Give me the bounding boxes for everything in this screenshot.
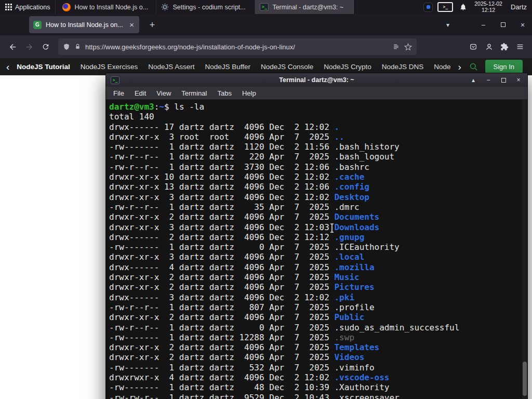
gear-icon: [161, 3, 169, 11]
lock-icon[interactable]: [74, 43, 81, 50]
back-button[interactable]: [4, 38, 21, 55]
ls-output-line: -rw-r--r-- 1 dartz dartz 0 Apr 7 2025 .s…: [109, 323, 526, 332]
gfg-nav-item[interactable]: NodeJS Console: [256, 63, 318, 71]
gfg-nav-item[interactable]: NodeJS Buffer: [200, 63, 256, 71]
ls-output-line: drwxr-xr-x 2 dartz dartz 4096 Apr 7 2025…: [109, 282, 526, 292]
ls-output-line: drwxr-xr-x 2 dartz dartz 4096 Apr 7 2025…: [109, 272, 526, 282]
sign-in-button[interactable]: Sign In: [485, 60, 523, 74]
gfg-nav-item[interactable]: NodeJS Tutorial: [11, 63, 75, 71]
ls-output-line: -rw-r--r-- 1 dartz dartz 807 Apr 7 2025 …: [109, 302, 526, 312]
taskbar-button-terminal[interactable]: >_ Terminal - dartz@vm3: ~: [255, 0, 354, 14]
ls-output-line: drwxr-xr-x 2 dartz dartz 4096 Apr 7 2025…: [109, 212, 526, 222]
scrollbar-thumb[interactable]: [523, 362, 527, 396]
terminal-window-icon: >_: [111, 76, 119, 84]
prompt-line: dartz@vm3:~$ ls -la: [109, 102, 526, 112]
bookmark-star-icon[interactable]: [404, 43, 412, 51]
forward-button[interactable]: [21, 38, 37, 55]
ls-output-line: drwx------ 17 dartz dartz 4096 Dec 2 12:…: [109, 122, 526, 132]
ls-output-line: drwx------ 4 dartz dartz 4096 Apr 7 2025…: [109, 262, 526, 272]
chevron-right-icon[interactable]: ›: [456, 62, 463, 72]
prompt-cwd: ~: [159, 102, 164, 112]
ls-output-line: -rw------- 1 dartz dartz 1120 Dec 2 11:5…: [109, 142, 526, 152]
menu-help[interactable]: Help: [237, 87, 261, 99]
menu-view[interactable]: View: [151, 87, 176, 99]
panel-clock[interactable]: 2025-12-02 12:12: [474, 1, 502, 13]
browser-window-controls: − ×: [478, 14, 528, 35]
gfg-nav-item[interactable]: NodeJS DNS: [377, 63, 429, 71]
panel-user-label[interactable]: Dartz: [511, 3, 527, 11]
reload-button[interactable]: [37, 38, 54, 55]
menu-tabs[interactable]: Tabs: [212, 87, 236, 99]
window-minimize-button[interactable]: −: [478, 20, 488, 30]
menu-edit[interactable]: Edit: [129, 87, 151, 99]
pocket-button[interactable]: [466, 39, 481, 55]
taskbar-label: Settings - codium script...: [172, 4, 250, 11]
url-text: https://www.geeksforgeeks.org/node-js/in…: [85, 43, 388, 51]
geeksforgeeks-favicon: G: [33, 21, 42, 29]
terminal-close-button[interactable]: ×: [514, 76, 523, 84]
browser-tab[interactable]: G How to Install Node.js on... ×: [29, 16, 139, 33]
ls-output-line: drwxr-xr-x 3 root root 4096 Apr 7 2025 .…: [109, 132, 526, 142]
applications-grid-icon: [5, 4, 12, 10]
prompt-colon: :: [154, 102, 159, 112]
ls-output-line: -rw-r--r-- 1 dartz dartz 35 Apr 7 2025 .…: [109, 202, 526, 212]
ls-output-line: drwxr-xr-x 2 dartz dartz 4096 Apr 7 2025…: [109, 312, 526, 322]
url-bar[interactable]: https://www.geeksforgeeks.org/node-js/in…: [58, 38, 417, 55]
tab-close-icon[interactable]: ×: [128, 20, 135, 29]
ls-output-line: drwxrwxr-x 4 dartz dartz 4096 Dec 2 12:0…: [109, 373, 526, 382]
ls-output-line: -rw------- 1 dartz dartz 12288 Apr 7 202…: [109, 332, 526, 342]
gfg-nav-item[interactable]: NodeJS Exercises: [75, 63, 143, 71]
pocket-icon: [469, 43, 477, 51]
list-all-tabs-button[interactable]: ▾: [442, 19, 454, 31]
window-maximize-button[interactable]: [498, 20, 508, 30]
gfg-nav-item[interactable]: Node: [429, 63, 456, 71]
new-tab-button[interactable]: +: [145, 18, 159, 32]
tray-app-icon[interactable]: [423, 3, 433, 12]
terminal-window-controls: ▴ − ×: [469, 76, 523, 84]
chevron-left-icon[interactable]: ‹: [4, 62, 11, 72]
applications-menu-button[interactable]: Applications: [0, 0, 55, 14]
ls-output-line: drwxr-xr-x 3 dartz dartz 4096 Apr 7 2025…: [109, 252, 526, 262]
ls-output-line: drwxr-xr-x 3 dartz dartz 4096 Dec 2 12:0…: [109, 192, 526, 202]
tracking-shield-icon[interactable]: [63, 43, 70, 50]
account-button[interactable]: [481, 39, 497, 55]
menu-terminal[interactable]: Terminal: [176, 87, 212, 99]
account-person-icon: [485, 43, 494, 51]
terminal-icon: >_: [260, 3, 269, 11]
menu-file[interactable]: File: [108, 87, 129, 99]
extensions-puzzle-icon: [500, 43, 509, 51]
firefox-icon: [62, 3, 71, 11]
clock-time: 12:12: [474, 7, 502, 14]
gfg-nav-item[interactable]: NodeJS Assert: [143, 63, 200, 71]
ls-output-line: drwxr-xr-x 2 dartz dartz 4096 Apr 7 2025…: [109, 352, 526, 362]
taskbar-button-firefox[interactable]: How to Install Node.js o...: [58, 0, 156, 14]
terminal-maximize-button[interactable]: [499, 76, 508, 84]
window-close-button[interactable]: ×: [517, 20, 528, 30]
terminal-minimize-button[interactable]: −: [484, 76, 493, 84]
ls-output-line: -rw-r--r-- 1 dartz dartz 220 Apr 7 2025 …: [109, 152, 526, 162]
gfg-nav-item[interactable]: NodeJS Crypto: [318, 63, 377, 71]
terminal-menubar: File Edit View Terminal Tabs Help: [106, 87, 527, 100]
terminal-scrollbar[interactable]: [522, 100, 527, 399]
total-line: total 140: [109, 112, 526, 122]
taskbar-button-settings[interactable]: Settings - codium script...: [156, 0, 255, 14]
terminal-titlebar[interactable]: >_ Terminal - dartz@vm3: ~ ▴ − ×: [106, 73, 527, 87]
ls-output-line: -rw------- 1 dartz dartz 48 Dec 2 10:39 …: [109, 382, 526, 392]
search-icon: [469, 62, 478, 72]
tray-terminal-icon[interactable]: >_: [437, 2, 453, 12]
ls-output-line: drwx------ 3 dartz dartz 4096 Dec 2 12:0…: [109, 292, 526, 302]
taskbar: How to Install Node.js o... Settings - c…: [58, 0, 419, 14]
notifications-bell-icon[interactable]: [459, 3, 467, 11]
extensions-button[interactable]: [497, 39, 512, 55]
top-panel: Applications How to Install Node.js o...…: [0, 0, 532, 14]
reader-view-icon[interactable]: [392, 43, 400, 51]
terminal-screen[interactable]: dartz@vm3:~$ ls -la total 140 drwx------…: [106, 100, 527, 399]
terminal-shade-button[interactable]: ▴: [469, 76, 477, 84]
tab-bar: G How to Install Node.js on... × + ▾ − ×: [0, 14, 532, 35]
menu-button[interactable]: [512, 39, 528, 55]
ls-output-line: drwxr-xr-x 13 dartz dartz 4096 Dec 2 12:…: [109, 182, 526, 192]
ls-output-line: -rw-r--r-- 1 dartz dartz 3730 Dec 2 12:0…: [109, 162, 526, 172]
prompt-command: $ ls -la: [164, 102, 204, 112]
ls-output-line: drwxr-xr-x 10 dartz dartz 4096 Dec 2 12:…: [109, 172, 526, 182]
back-arrow-icon: [8, 43, 17, 51]
